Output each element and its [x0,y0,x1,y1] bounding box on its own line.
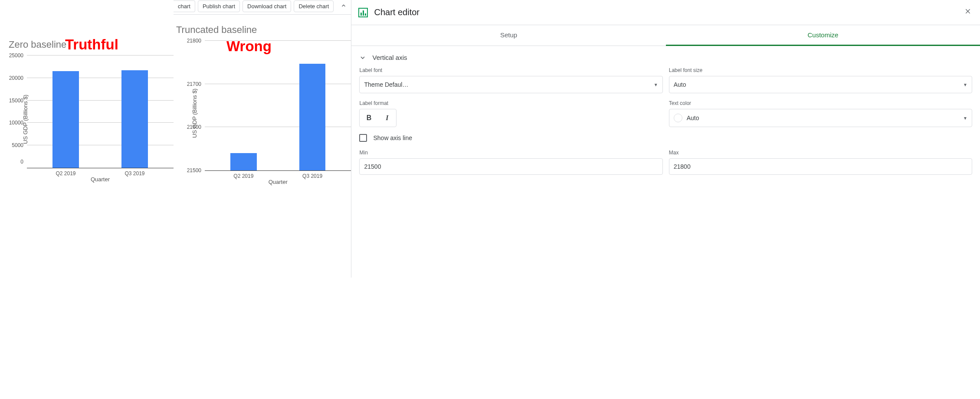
chevron-down-icon [359,54,366,61]
chart-button-partial[interactable]: chart [174,0,195,12]
close-icon [964,8,971,15]
chart-editor-panel: Chart editor Setup Customize Vertical ax… [351,0,980,278]
color-swatch-icon [674,114,682,122]
show-axis-line-label: Show axis line [373,134,412,141]
publish-chart-button[interactable]: Publish chart [198,0,240,12]
bar-q3-mid [299,64,325,170]
collapse-toolbar-button[interactable] [336,0,351,13]
caret-down-icon: ▼ [963,116,967,121]
x-axis-label-mid: Quarter [205,179,351,185]
tab-customize[interactable]: Customize [666,25,980,46]
label-font-size-label: Label font size [669,67,972,73]
chart-toolbar: chart Publish chart Download chart Delet… [174,0,351,15]
annotation-truthful: Truthful [65,36,118,53]
close-button[interactable] [963,6,973,19]
chart-zero-baseline: Zero baseline Truthful US GDP (Billions … [0,0,174,278]
editor-tabs: Setup Customize [351,25,980,46]
label-font-size-select[interactable]: Auto ▼ [669,76,972,93]
tab-setup[interactable]: Setup [351,25,665,46]
show-axis-line-checkbox[interactable] [359,134,367,142]
label-font-select[interactable]: Theme Defaul… ▼ [359,76,662,93]
delete-chart-button[interactable]: Delete chart [294,0,334,12]
max-label: Max [669,150,972,156]
min-label: Min [359,150,662,156]
label-format-label: Label format [359,100,662,106]
chart-title-left: Zero baseline [9,39,66,50]
chart-truncated-baseline: chart Publish chart Download chart Delet… [174,0,351,278]
x-axis-label-left: Quarter [27,176,174,183]
text-color-select[interactable]: Auto ▼ [669,109,972,127]
caret-down-icon: ▼ [654,82,658,87]
section-vertical-axis[interactable]: Vertical axis [359,51,972,67]
min-input[interactable] [359,158,662,175]
chevron-up-icon [341,3,347,9]
bar-q2-mid [230,153,256,170]
chart-editor-title: Chart editor [374,7,957,17]
caret-down-icon: ▼ [963,82,967,87]
chart-editor-icon [358,8,368,17]
max-input[interactable] [669,158,972,175]
bold-button[interactable]: B [360,109,378,127]
bar-q2-left [52,71,79,168]
label-font-label: Label font [359,67,662,73]
label-format-group: B I [359,109,397,127]
plot-area-left: 25000 20000 15000 10000 5000 0 Q2 2019 Q… [27,56,174,168]
text-color-label: Text color [669,100,972,106]
download-chart-button[interactable]: Download chart [243,0,291,12]
bar-q3-left [121,70,147,168]
plot-area-mid: 21800 21700 21600 21500 Q2 2019 Q3 2019 [205,41,351,171]
y-axis-label-mid: US GDP (Billions $) [191,88,198,138]
italic-button[interactable]: I [378,109,396,127]
chart-title-mid: Truncated baseline [176,24,257,35]
